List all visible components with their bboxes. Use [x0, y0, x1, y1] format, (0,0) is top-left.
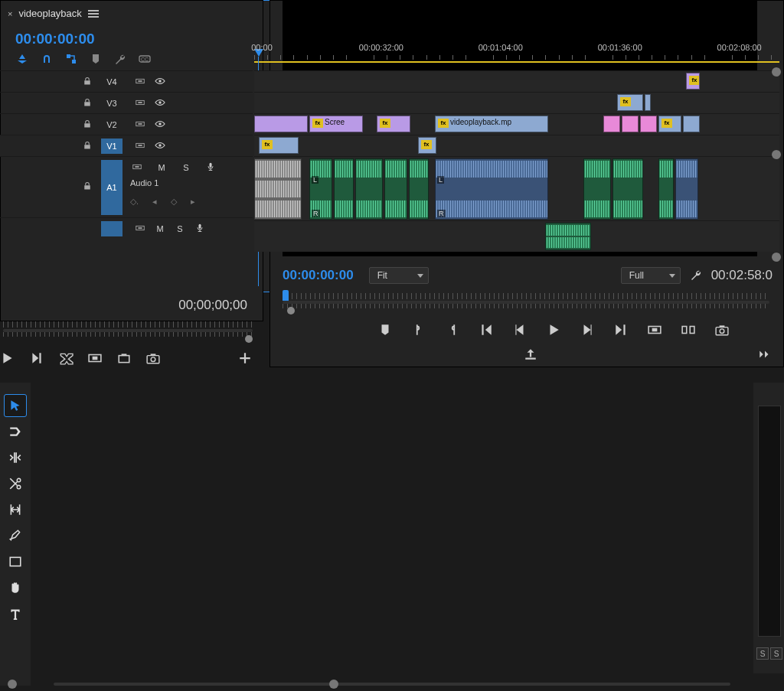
solo-button-2[interactable]: S	[770, 647, 782, 660]
pen-tool[interactable]	[5, 525, 26, 546]
linked-selection-icon[interactable]	[64, 52, 78, 66]
clip[interactable]	[254, 116, 308, 132]
timeline-clips-area[interactable]: fx fx fxScree fx fxvideoplayback.mp fx	[254, 70, 779, 679]
lane-a2[interactable]: fx	[254, 220, 779, 252]
voiceover-icon[interactable]	[204, 161, 217, 174]
track-header-v2[interactable]: V2	[0, 113, 253, 135]
audio-clip[interactable]: fx	[409, 158, 429, 220]
clip[interactable]: fx	[259, 137, 299, 154]
clip[interactable]: fx	[686, 73, 700, 90]
sync-lock-icon[interactable]	[133, 97, 147, 109]
track-header-v4[interactable]: V4	[0, 70, 253, 92]
sync-lock-icon[interactable]	[133, 76, 147, 88]
sync-lock-icon[interactable]	[133, 119, 147, 131]
track-select-tool[interactable]	[5, 421, 26, 442]
clip[interactable]	[622, 116, 639, 132]
step-forward-button[interactable]	[29, 350, 44, 366]
v-zoom-knob-bottom[interactable]	[772, 253, 781, 262]
track-label[interactable]	[101, 221, 122, 236]
lock-icon[interactable]	[83, 119, 93, 130]
mute-toggle[interactable]: M	[153, 224, 167, 233]
snap-icon[interactable]	[40, 52, 54, 66]
clip[interactable]: fxScree	[309, 116, 363, 132]
h-scroll-knob-right[interactable]	[329, 680, 338, 689]
track-header-a1[interactable]: A1 M S Audio 1 ◇. ◂ ◇ ▸	[0, 156, 253, 217]
eye-icon[interactable]	[153, 97, 167, 109]
track-label[interactable]: V4	[101, 74, 122, 90]
snapshot-button[interactable]	[145, 350, 161, 366]
sync-lock-icon[interactable]	[133, 223, 147, 235]
mute-toggle[interactable]: M	[155, 163, 168, 172]
clip[interactable]: fxvideoplayback.mp	[435, 116, 548, 132]
v-zoom-knob-top[interactable]	[772, 67, 781, 77]
lock-icon[interactable]	[83, 181, 93, 192]
source-timecode[interactable]: 00;00;00;00	[178, 298, 247, 313]
work-area-bar[interactable]	[254, 61, 779, 63]
clip[interactable]: fx	[418, 137, 436, 154]
rectangle-tool[interactable]	[5, 551, 26, 572]
selection-tool[interactable]	[5, 395, 26, 416]
track-header-a2[interactable]: M S	[0, 217, 253, 239]
clip[interactable]: fx	[658, 116, 681, 132]
eye-icon[interactable]	[153, 140, 167, 152]
next-keyframe-icon[interactable]: ▸	[191, 197, 195, 207]
solo-button-1[interactable]: S	[756, 647, 769, 660]
prev-keyframe-icon[interactable]: ◂	[152, 197, 157, 207]
slip-tool[interactable]	[5, 499, 26, 520]
h-scroll-knob-left[interactable]	[8, 680, 17, 689]
lane-v3[interactable]: fx	[254, 92, 779, 114]
scrub-zoom-knob[interactable]	[245, 335, 253, 343]
track-header-v1[interactable]: V1	[0, 135, 253, 156]
solo-toggle[interactable]: S	[179, 163, 193, 172]
solo-toggle[interactable]: S	[173, 224, 187, 233]
audio-clip[interactable]: fx	[384, 158, 407, 220]
lock-icon[interactable]	[83, 98, 93, 109]
timeline-settings-icon[interactable]	[113, 52, 127, 66]
timeline-h-scrollbar[interactable]	[8, 680, 776, 688]
nest-sequence-icon[interactable]	[15, 52, 29, 66]
overwrite-button[interactable]	[87, 350, 103, 366]
audio-clip[interactable]: fx	[658, 158, 674, 220]
lock-icon[interactable]	[83, 77, 93, 87]
sync-lock-icon[interactable]	[130, 161, 144, 174]
timeline-timecode[interactable]: 00:00:00:00	[15, 31, 95, 47]
add-marker-icon[interactable]	[89, 52, 103, 66]
audio-clip[interactable]: fx	[545, 223, 591, 250]
lock-icon[interactable]	[83, 141, 93, 152]
ripple-edit-tool[interactable]	[5, 447, 26, 468]
timeline-ruler[interactable]: 00:0000:00:32:0000:01:04:0000:01:36:0000…	[254, 43, 779, 69]
track-label[interactable]: A1	[101, 160, 122, 215]
eye-icon[interactable]	[153, 119, 167, 131]
track-label[interactable]: V2	[101, 117, 122, 132]
clip[interactable]	[683, 116, 700, 132]
track-header-v3[interactable]: V3	[0, 92, 253, 113]
audio-clip[interactable]: fx	[254, 158, 302, 220]
clip[interactable]: fx	[377, 116, 410, 132]
audio-clip[interactable]: fxLR	[435, 158, 548, 220]
insert-button[interactable]	[58, 350, 74, 366]
captions-icon[interactable]: CC	[138, 52, 152, 66]
tab-menu-icon[interactable]	[88, 10, 99, 18]
lane-a1[interactable]: fx fxLR fx fx fx fx fxLR fx fx fx fx	[254, 156, 779, 221]
eye-icon[interactable]	[153, 76, 167, 88]
audio-clip[interactable]: fx	[612, 158, 643, 220]
sync-lock-icon[interactable]	[133, 140, 147, 152]
keyframe-icon[interactable]: ◇.	[130, 197, 139, 207]
clip[interactable]	[640, 116, 657, 132]
audio-clip[interactable]: fxLR	[309, 158, 332, 220]
type-tool[interactable]	[5, 603, 26, 624]
play-button[interactable]	[0, 350, 15, 366]
add-keyframe-icon[interactable]: ◇	[171, 197, 177, 207]
clip[interactable]	[645, 94, 651, 111]
track-label[interactable]: V3	[101, 96, 122, 111]
audio-clip[interactable]: fx	[583, 158, 611, 220]
audio-clip[interactable]: fx	[334, 158, 354, 220]
track-label[interactable]: V1	[101, 139, 122, 154]
close-tab-icon[interactable]: ×	[8, 9, 12, 18]
clip[interactable]: fx	[617, 94, 643, 111]
lane-v1[interactable]: fx fx	[254, 135, 779, 157]
sequence-tab[interactable]: × videoplayback	[8, 8, 99, 19]
voiceover-icon[interactable]	[193, 223, 207, 235]
v-zoom-knob-mid[interactable]	[772, 150, 781, 159]
source-scrub-bar[interactable]	[3, 318, 253, 340]
